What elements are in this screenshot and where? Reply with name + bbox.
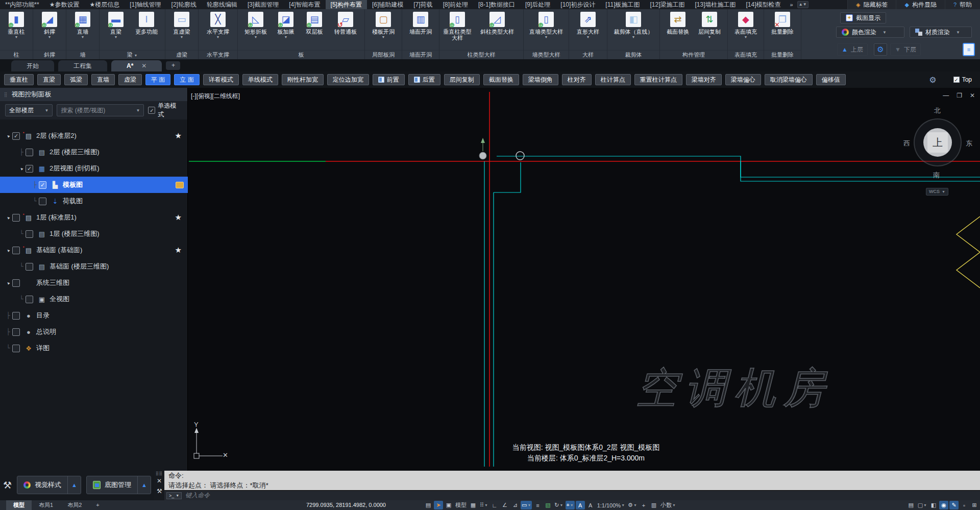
toolbar-button-单线模式[interactable]: 单线模式 xyxy=(242,74,278,85)
workspace-gear-icon[interactable]: ⚙▼ xyxy=(627,501,638,509)
menu-tab-9[interactable]: [5]构件布置 xyxy=(326,0,367,9)
ribbon-button-hbrace[interactable]: ╳水平支撑▼ xyxy=(201,12,235,39)
favorite-star-icon[interactable]: ★ xyxy=(175,131,182,140)
layout-tab-布局2[interactable]: 布局2 xyxy=(60,500,89,510)
annotation-monitor-icon[interactable]: ▤ xyxy=(424,501,433,509)
ribbon-button-haunch[interactable]: ◪⊕板加腋▼ xyxy=(272,12,300,39)
ribbon-button-slabhole[interactable]: ▢楼板开洞▼ xyxy=(368,12,399,39)
ribbon-button-wall[interactable]: ▦⊕直墙▼ xyxy=(69,12,96,39)
display-toggle-icon[interactable]: ▣ xyxy=(444,501,453,509)
material-render-button[interactable]: 材质渲染 ▼ xyxy=(910,27,972,38)
toolbar-button-柱对齐[interactable]: 柱对齐 xyxy=(562,74,592,85)
new-tab-button[interactable]: + xyxy=(166,61,180,70)
checkbox-icon[interactable] xyxy=(26,263,33,271)
checkbox-icon[interactable] xyxy=(26,230,33,238)
toolbar-gear-icon[interactable]: ⚙ xyxy=(929,75,936,85)
tree-item-基础面 (楼层三维图)[interactable]: └▤基础面 (楼层三维图) xyxy=(0,258,188,275)
menu-tab-8[interactable]: [4]智能布置 xyxy=(284,0,325,9)
menu-tab-7[interactable]: [3]截面管理 xyxy=(242,0,284,9)
tree-item-2层视图 (剖切框)[interactable]: ▲✓▦2层视图 (剖切框) xyxy=(0,160,188,177)
tree-item-基础面 (基础面)[interactable]: ▲▤▪基础面 (基础面)★ xyxy=(0,242,188,258)
hide-labels-button[interactable]: ◈隐藏标签 xyxy=(847,0,896,9)
tree-item-总说明[interactable]: ├●总说明 xyxy=(0,324,188,340)
monitor-icon[interactable]: ▢▼ xyxy=(917,501,928,509)
menu-tab-4[interactable]: [1]轴线管理 xyxy=(125,0,166,9)
snap-mode-icon[interactable]: ⠿▼ xyxy=(479,501,489,509)
toolbar-button-直墙[interactable]: 直墙 xyxy=(91,74,115,85)
toolbar-button-前置[interactable]: 前置 xyxy=(373,74,405,85)
ribbon-button-wallhole[interactable]: ▥墙面开洞 xyxy=(405,12,436,39)
menu-tab-10[interactable]: [6]辅助建模 xyxy=(367,0,408,9)
collapse-arrow-icon[interactable]: ▲ xyxy=(4,131,13,140)
drag-handle-icon[interactable]: ⣿ xyxy=(4,92,8,97)
tree-item-2层 (标准层2)[interactable]: ▲✓▤▪2层 (标准层2)★ xyxy=(0,128,188,144)
tree-item-荷载图[interactable]: └⇣荷载图 xyxy=(0,193,188,209)
viewport-label[interactable]: [-][俯视][二维线框] xyxy=(191,92,240,101)
search-input[interactable]: 搜索 (楼层/视图) ▼ xyxy=(57,104,144,116)
tree-item-系统三维图[interactable]: ▲系统三维图 xyxy=(0,275,188,291)
menu-tab-14[interactable]: [9]后处理 xyxy=(520,0,555,9)
ribbon-button-batchdel[interactable]: ❐✕批量删除 xyxy=(767,12,798,39)
component-visibility-button[interactable]: ◆构件显隐 xyxy=(896,0,944,9)
ribbon-button-doubleslab[interactable]: ▤⊕双层板 xyxy=(301,12,328,39)
checkbox-icon[interactable]: ✓ xyxy=(26,165,33,173)
toolbar-button-弧梁[interactable]: 弧梁 xyxy=(64,74,88,85)
autoscale-icon[interactable]: A xyxy=(586,501,595,509)
transparency-icon[interactable]: ▧ xyxy=(543,501,552,509)
toolbar-button-后置[interactable]: 后置 xyxy=(408,74,440,85)
toolbar-button-垂直柱[interactable]: 垂直柱 xyxy=(4,74,34,85)
menu-tab-12[interactable]: [8]前处理 xyxy=(438,0,473,9)
precision-label[interactable]: 小数▼ xyxy=(659,501,677,509)
toolbar-button-直梁[interactable]: 直梁 xyxy=(37,74,61,85)
command-drag-handle-icon[interactable]: ⣿⣿ xyxy=(156,471,163,476)
selection-cycling-icon[interactable]: ↻▼ xyxy=(553,501,564,509)
layer-down-button[interactable]: ▼ 下层 xyxy=(890,43,921,56)
view-compass[interactable]: 北 上 西 东 南 xyxy=(903,106,972,183)
toolbar-button-梁墙对齐[interactable]: 梁墙对齐 xyxy=(686,74,722,85)
checkbox-icon[interactable]: ✓ xyxy=(39,181,46,189)
tree-item-全视图[interactable]: └▣全视图 xyxy=(0,291,188,307)
menu-tab-19[interactable]: [14]模型检查 xyxy=(741,0,786,9)
menu-tab-6[interactable]: 轮廓线编辑 xyxy=(202,0,242,9)
properties-page-button[interactable]: ≡ xyxy=(963,43,975,56)
toolbar-button-柱计算点[interactable]: 柱计算点 xyxy=(595,74,631,85)
new-layout-button[interactable]: + xyxy=(89,500,106,510)
tree-item-目录[interactable]: ├●目录 xyxy=(0,307,188,324)
doc-tab-A*[interactable]: A*✕ xyxy=(111,60,162,71)
checkbox-icon[interactable] xyxy=(12,247,20,254)
annotation-visibility-icon[interactable]: A xyxy=(576,501,585,509)
grid-icon[interactable]: ▦ xyxy=(469,501,478,509)
command-tools-icon[interactable]: ⚒ xyxy=(157,488,162,495)
ribbon-collapse-button[interactable]: ▲▼ xyxy=(797,1,808,8)
osnap-3d-icon[interactable]: ⌖▼ xyxy=(566,501,575,509)
checkbox-icon[interactable] xyxy=(12,312,20,320)
restore-icon[interactable]: ❐ xyxy=(957,92,962,99)
graphics-performance-icon[interactable]: ◧ xyxy=(929,501,938,509)
toolbar-button-虚梁[interactable]: 虚梁 xyxy=(118,74,142,85)
ribbon-button-lineardetail[interactable]: ⇗直形大样▼ xyxy=(572,12,604,39)
pointer-input-icon[interactable]: ➤ xyxy=(434,501,443,509)
checkbox-icon[interactable] xyxy=(26,149,33,156)
command-prompt-icon[interactable]: >_ ▼ xyxy=(166,492,182,499)
lineweight-icon[interactable]: ≡ xyxy=(533,501,542,509)
collapse-arrow-icon[interactable]: ▲ xyxy=(4,246,13,255)
menu-tab-15[interactable]: [10]初步设计 xyxy=(555,0,600,9)
collapse-arrow-icon[interactable]: ▲ xyxy=(4,213,13,222)
tree-item-模板图[interactable]: ├✓▙模板图 xyxy=(0,177,188,193)
toolbar-button-定位边加宽[interactable]: 定位边加宽 xyxy=(327,74,369,85)
ribbon-button-vbeam[interactable]: ▭直虚梁▼ xyxy=(168,12,195,39)
menu-tab-11[interactable]: [7]荷载 xyxy=(408,0,437,9)
pen-icon[interactable]: ✎ xyxy=(949,501,959,509)
toolbar-button-取消梁墙偏心[interactable]: 取消梁墙偏心 xyxy=(765,74,813,85)
layout-tab-布局1[interactable]: 布局1 xyxy=(32,500,60,510)
hardware-icon[interactable]: ▫ xyxy=(960,501,969,509)
polar-tracking-icon[interactable]: ∠ xyxy=(500,501,509,509)
units-bars-icon[interactable]: ▥ xyxy=(649,501,658,509)
ortho-icon[interactable]: ∟ xyxy=(490,501,499,509)
ribbon-button-foldslab[interactable]: ◺⊕矩形折板▼ xyxy=(240,12,271,39)
command-history[interactable]: 命令: 请选择起点： 请选择终点：*取消* xyxy=(164,471,980,490)
base-map-expand-button[interactable]: ▲ xyxy=(137,476,151,494)
object-snap-icon[interactable]: ▭▼ xyxy=(521,501,532,509)
command-close-icon[interactable]: ✕ xyxy=(157,477,162,484)
menu-tab-17[interactable]: [12]梁施工图 xyxy=(645,0,690,9)
